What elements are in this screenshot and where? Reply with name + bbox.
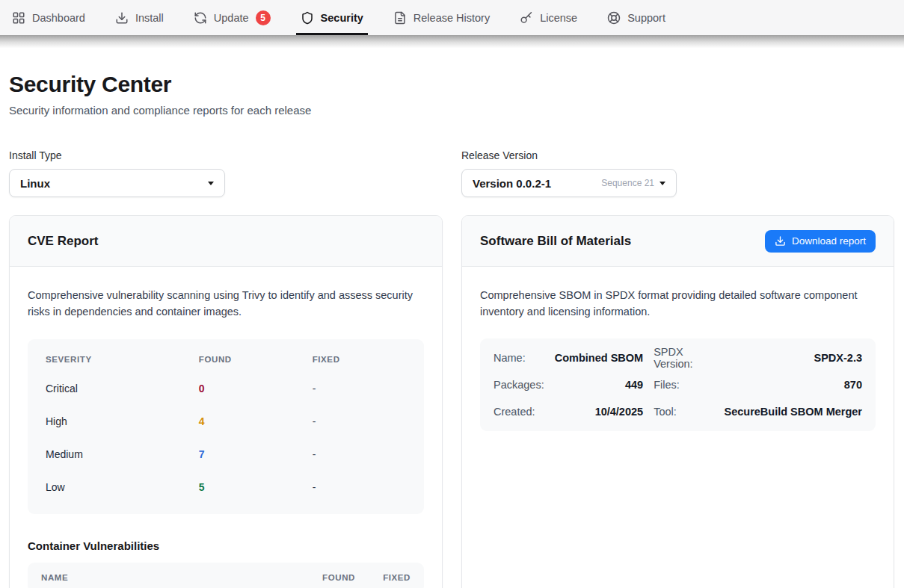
install-type-label: Install Type: [9, 149, 461, 161]
nav-item-release-history[interactable]: Release History: [393, 0, 490, 35]
nav-item-security[interactable]: Security: [301, 0, 363, 35]
fixed-count: -: [313, 415, 406, 427]
fixed-count: -: [313, 383, 406, 394]
table-row: Critical 0 -: [28, 372, 424, 405]
fixed-count: -: [313, 481, 406, 493]
sbom-detail-label: Name:: [493, 344, 544, 371]
document-icon: [393, 11, 407, 25]
found-count: 7: [199, 448, 313, 460]
download-icon: [775, 235, 786, 247]
cve-card-body: Comprehensive vulnerability scanning usi…: [10, 267, 442, 588]
filters-row: Install Type Linux Release Version Versi…: [9, 149, 894, 197]
cve-card-title: CVE Report: [28, 234, 98, 249]
cards-grid: CVE Report Comprehensive vulnerability s…: [9, 215, 894, 588]
table-row: High 4 -: [28, 405, 424, 438]
nav-item-install[interactable]: Install: [115, 0, 164, 35]
nav-item-label: License: [540, 12, 577, 24]
page-title: Security Center: [9, 72, 894, 97]
nav-item-label: Support: [627, 12, 665, 24]
sbom-card-header: Software Bill of Materials Download repo…: [462, 216, 894, 267]
severity-label: Medium: [46, 448, 199, 460]
release-version-filter: Release Version Version 0.0.2-1 Sequence…: [461, 149, 677, 197]
nav-item-label: Dashboard: [32, 12, 85, 24]
table-row: Low 5 -: [28, 471, 424, 504]
shield-icon: [301, 11, 314, 25]
cve-report-card: CVE Report Comprehensive vulnerability s…: [9, 215, 443, 588]
col-severity: Severity: [46, 355, 199, 364]
table-row: Medium 7 -: [28, 438, 424, 471]
sbom-detail-value: SPDX-2.3: [724, 344, 862, 371]
update-count-badge: 5: [256, 10, 271, 25]
col-found: Found: [199, 355, 313, 364]
release-version-select[interactable]: Version 0.0.2-1 Sequence 21: [461, 169, 677, 197]
release-version-value: Version 0.0.2-1: [473, 177, 551, 190]
col-found: Found: [312, 573, 355, 582]
sbom-detail-value: 449: [555, 371, 643, 398]
col-fixed: Fixed: [369, 573, 411, 582]
container-vulnerabilities-title: Container Vulnerabilities: [28, 539, 424, 552]
sbom-detail-value: Combined SBOM: [555, 344, 643, 371]
nav-item-support[interactable]: Support: [607, 0, 665, 35]
sbom-description: Comprehensive SBOM in SPDX format provid…: [480, 288, 873, 320]
sbom-detail-value: 870: [724, 371, 862, 398]
chevron-down-icon: [659, 182, 665, 185]
sbom-detail-label: Packages:: [493, 371, 544, 398]
nav-scroll-shadow: [0, 35, 904, 48]
sbom-card: Software Bill of Materials Download repo…: [461, 215, 894, 588]
cve-card-header: CVE Report: [10, 216, 442, 267]
key-icon: [520, 11, 533, 25]
nav-item-label: Security: [321, 12, 363, 24]
sbom-detail-label: Created:: [493, 398, 544, 425]
severity-label: Critical: [46, 383, 199, 394]
severity-label: High: [46, 415, 199, 427]
sbom-detail-value: 10/4/2025: [555, 398, 643, 425]
nav-item-label: Update: [214, 12, 249, 24]
sbom-card-body: Comprehensive SBOM in SPDX format provid…: [462, 267, 894, 449]
install-type-filter: Install Type Linux: [9, 149, 461, 197]
main-content: Security Center Security information and…: [0, 72, 904, 588]
download-icon: [115, 11, 129, 25]
release-sequence-text: Sequence 21: [601, 178, 654, 188]
nav-item-update[interactable]: Update 5: [194, 0, 271, 35]
nav-item-label: Install: [135, 12, 164, 24]
col-name: Name: [41, 573, 312, 582]
sbom-detail-label: SPDX Version:: [654, 344, 713, 371]
refresh-icon: [194, 11, 207, 25]
fixed-count: -: [313, 448, 406, 460]
page-subtitle: Security information and compliance repo…: [9, 104, 894, 117]
download-report-label: Download report: [792, 235, 866, 247]
lifebuoy-icon: [607, 11, 621, 25]
sbom-details-panel: Name: Combined SBOM SPDX Version: SPDX-2…: [480, 338, 876, 431]
sbom-detail-value: SecureBuild SBOM Merger: [724, 398, 862, 425]
sbom-detail-label: Files:: [654, 371, 713, 398]
cve-description: Comprehensive vulnerability scanning usi…: [28, 288, 420, 320]
col-fixed: Fixed: [313, 355, 406, 364]
sbom-detail-label: Tool:: [654, 398, 713, 425]
found-count: 5: [199, 481, 313, 493]
dashboard-grid-icon: [12, 11, 25, 25]
release-version-label: Release Version: [461, 149, 677, 161]
nav-item-license[interactable]: License: [520, 0, 577, 35]
container-table-header: Name Found Fixed: [28, 563, 424, 588]
severity-table: Severity Found Fixed Critical 0 - High 4…: [28, 339, 424, 514]
severity-table-header: Severity Found Fixed: [28, 347, 424, 372]
release-version-right: Sequence 21: [601, 178, 665, 188]
sbom-details-grid: Name: Combined SBOM SPDX Version: SPDX-2…: [493, 344, 862, 425]
top-navigation: Dashboard Install Update 5 Security Rele…: [0, 0, 904, 35]
severity-label: Low: [46, 481, 199, 493]
found-count: 4: [199, 415, 313, 427]
found-count: 0: [199, 383, 313, 394]
chevron-down-icon: [208, 182, 214, 185]
install-type-value: Linux: [20, 177, 50, 190]
nav-item-dashboard[interactable]: Dashboard: [12, 0, 85, 35]
install-type-select[interactable]: Linux: [9, 169, 225, 197]
nav-item-label: Release History: [413, 12, 490, 24]
download-report-button[interactable]: Download report: [765, 230, 876, 253]
sbom-card-title: Software Bill of Materials: [480, 234, 631, 249]
